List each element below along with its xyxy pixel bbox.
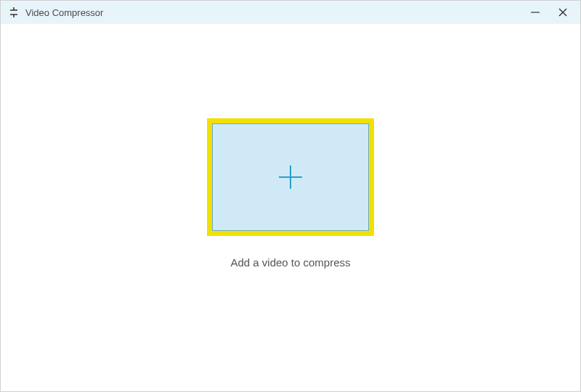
main-content: Add a video to compress [1, 24, 580, 391]
minimize-button[interactable] [528, 5, 543, 20]
dropzone-inner [212, 123, 369, 231]
plus-icon [276, 163, 305, 192]
close-icon [558, 7, 568, 17]
minimize-icon [530, 7, 540, 17]
window-title: Video Compressor [25, 7, 103, 18]
add-video-prompt: Add a video to compress [230, 256, 350, 269]
window-controls [528, 5, 573, 20]
app-icon [8, 7, 20, 18]
close-button[interactable] [556, 5, 570, 20]
titlebar: Video Compressor [1, 1, 580, 24]
add-video-dropzone[interactable] [207, 118, 374, 236]
